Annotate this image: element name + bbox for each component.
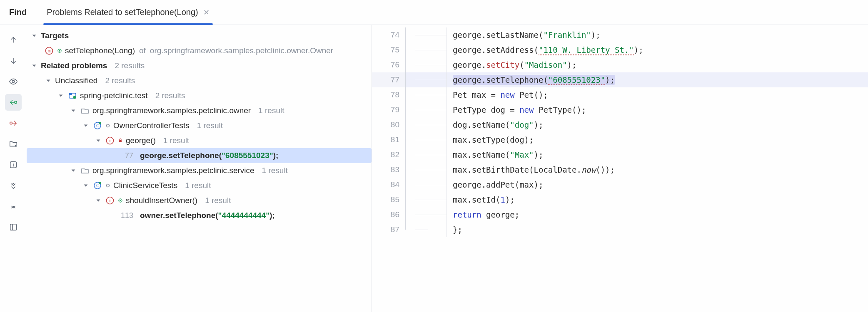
fold-guide	[405, 192, 447, 207]
node-label: shouldInsertOwner()	[126, 196, 197, 205]
tree-node[interactable]: org.springframework.samples.petclinic.ow…	[27, 103, 372, 118]
close-icon[interactable]: ✕	[203, 8, 210, 17]
svg-text:C: C	[96, 183, 99, 188]
targets-label: Targets	[41, 31, 69, 40]
tree-node[interactable]: CClinicServiceTests1 result	[27, 178, 372, 193]
code-line[interactable]: george.setAddress("110 W. Liberty St.");	[405, 42, 868, 57]
panel-title: Find	[9, 7, 27, 17]
target-item[interactable]: m setTelephone(Long) of org.springframew…	[27, 43, 372, 58]
info-icon[interactable]	[5, 156, 22, 173]
tool-rail	[0, 25, 27, 312]
svg-point-2	[10, 122, 12, 124]
result-count: 2 results	[105, 76, 135, 85]
code-line[interactable]: dog.setName("dog");	[405, 117, 868, 132]
code-line[interactable]: george.setTelephone("6085551023");	[405, 72, 868, 87]
svg-point-21	[107, 184, 110, 187]
chevron-down-icon[interactable]	[94, 198, 102, 203]
gutter-line: 75	[372, 42, 405, 57]
node-label: george()	[126, 136, 156, 145]
chevron-down-icon[interactable]	[30, 63, 38, 69]
gutter-line: 84	[372, 177, 405, 192]
node-label: org.springframework.samples.petclinic.se…	[92, 166, 254, 175]
targets-header[interactable]: Targets	[27, 28, 372, 43]
result-line[interactable]: 77george.setTelephone("6085551023");	[27, 148, 372, 163]
tree-node[interactable]: mshouldInsertOwner()1 result	[27, 193, 372, 208]
result-count: 1 result	[163, 136, 189, 145]
svg-point-10	[73, 96, 76, 99]
code-lines[interactable]: george.setLastName("Franklin");george.se…	[405, 25, 868, 312]
chevron-down-icon[interactable]	[57, 93, 65, 99]
chevron-down-icon[interactable]	[30, 33, 38, 39]
result-line[interactable]: 113owner.setTelephone("4444444444");	[27, 208, 372, 223]
preview-icon[interactable]	[5, 73, 22, 90]
gutter-line: 78	[372, 87, 405, 102]
result-count: 1 result	[205, 196, 231, 205]
fold-guide	[405, 147, 447, 162]
chevron-down-icon[interactable]	[69, 168, 77, 173]
export-right-icon[interactable]	[5, 115, 22, 131]
gutter-line: 81	[372, 132, 405, 147]
node-label: owner.setTelephone("4444444444");	[140, 211, 275, 220]
code-line[interactable]: Pet max = new Pet();	[405, 87, 868, 102]
chevron-down-icon[interactable]	[82, 123, 90, 129]
tab-problems-related[interactable]: Problems Related to setTelephone(Long) ✕	[43, 0, 213, 25]
code-line[interactable]: george.addPet(max);	[405, 177, 868, 192]
node-label: Unclassified	[55, 76, 97, 85]
line-numbers: 7475767778798081828384858687	[372, 25, 405, 312]
tree-node[interactable]: Unclassified2 results	[27, 73, 372, 88]
chevron-down-icon[interactable]	[69, 108, 77, 114]
gutter-line: 76	[372, 57, 405, 72]
code-line[interactable]: PetType dog = new PetType();	[405, 102, 868, 117]
export-left-icon[interactable]	[5, 94, 22, 111]
module-icon	[67, 92, 77, 100]
new-folder-icon[interactable]	[5, 136, 22, 152]
code-line[interactable]: max.setType(dog);	[405, 132, 868, 147]
target-name: setTelephone(Long)	[65, 46, 135, 55]
svg-rect-9	[69, 93, 72, 95]
expand-all-icon[interactable]	[5, 177, 22, 194]
line-number: 113	[117, 211, 133, 220]
code-line[interactable]: max.setId(1);	[405, 192, 868, 207]
fold-guide	[405, 57, 447, 72]
target-of: of	[139, 46, 146, 55]
svg-text:m: m	[109, 198, 112, 203]
next-occurrence-button[interactable]	[5, 52, 22, 69]
node-label: ClinicServiceTests	[113, 181, 177, 190]
chevron-down-icon[interactable]	[82, 183, 90, 188]
method-icon: m	[105, 196, 115, 205]
code-content: george.setCity("Madison");	[453, 57, 576, 72]
code-line[interactable]: george.setLastName("Franklin");	[405, 27, 868, 42]
code-preview: 7475767778798081828384858687 george.setL…	[372, 25, 868, 312]
tree-node[interactable]: COwnerControllerTests1 result	[27, 118, 372, 133]
code-line[interactable]: max.setName("Max");	[405, 147, 868, 162]
result-count: 1 result	[185, 181, 211, 190]
code-content: max.setBirthDate(LocalDate.now());	[453, 162, 615, 177]
svg-rect-17	[119, 140, 122, 142]
related-problems-label: Related problems	[41, 61, 107, 70]
gutter-line: 86	[372, 207, 405, 222]
tree-node[interactable]: mgeorge()1 result	[27, 133, 372, 148]
results-tree[interactable]: Targets m setTelephone(Long) of org.spri…	[27, 25, 372, 312]
method-icon: m	[44, 47, 54, 55]
fold-guide	[405, 42, 447, 57]
related-problems-count: 2 results	[115, 61, 145, 70]
tree-node[interactable]: spring-petclinic.test2 results	[27, 88, 372, 103]
layout-icon[interactable]	[5, 219, 22, 235]
chevron-down-icon[interactable]	[94, 138, 102, 144]
svg-point-13	[99, 122, 101, 124]
code-content: max.setType(dog);	[453, 132, 534, 147]
code-line[interactable]: };	[405, 222, 868, 237]
chevron-down-icon[interactable]	[44, 78, 52, 84]
code-line[interactable]: george.setCity("Madison");	[405, 57, 868, 72]
code-line[interactable]: max.setBirthDate(LocalDate.now());	[405, 162, 868, 177]
access-open-icon	[105, 123, 111, 128]
code-line[interactable]: return george;	[405, 207, 868, 222]
node-label: spring-petclinic.test	[80, 91, 148, 100]
tab-label: Problems Related to setTelephone(Long)	[47, 7, 198, 17]
prev-occurrence-button[interactable]	[5, 32, 22, 48]
collapse-all-icon[interactable]	[5, 198, 22, 215]
related-problems-header[interactable]: Related problems 2 results	[27, 58, 372, 73]
svg-point-20	[99, 182, 101, 184]
tree-node[interactable]: org.springframework.samples.petclinic.se…	[27, 163, 372, 178]
svg-point-14	[107, 124, 110, 127]
